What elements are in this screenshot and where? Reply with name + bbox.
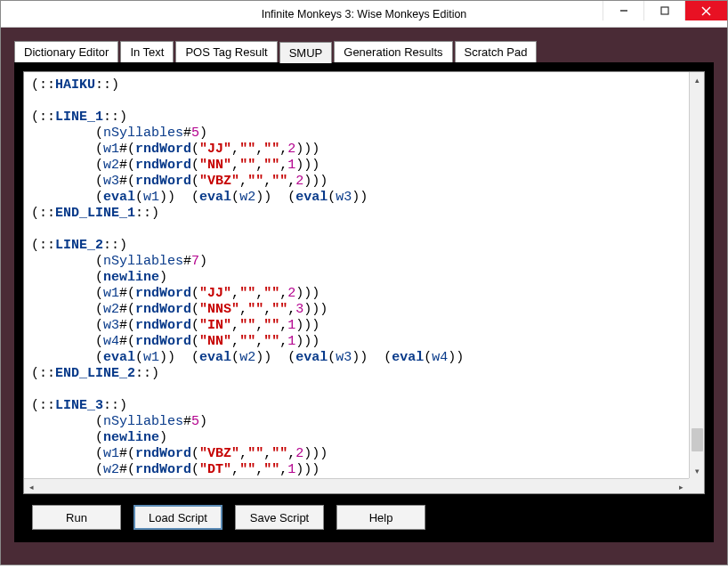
tab-strip: Dictionary Editor In Text POS Tag Result…: [14, 41, 714, 62]
scroll-corner: [689, 478, 704, 493]
code-editor[interactable]: (::HAIKU::) (::LINE_1::) (nSyllables#5) …: [24, 72, 689, 478]
tab-pos-tag-result[interactable]: POS Tag Result: [175, 41, 277, 62]
tab-in-text[interactable]: In Text: [120, 41, 174, 62]
scroll-thumb[interactable]: [692, 428, 703, 451]
window-controls: [603, 1, 727, 20]
editor-container: (::HAIKU::) (::LINE_1::) (nSyllables#5) …: [23, 71, 705, 494]
run-button[interactable]: Run: [32, 505, 121, 530]
tab-generation-results[interactable]: Generation Results: [334, 41, 452, 62]
maximize-icon: [660, 6, 669, 15]
tab-smup[interactable]: SMUP: [279, 42, 333, 63]
tab-dictionary-editor[interactable]: Dictionary Editor: [14, 41, 118, 62]
app-window: Infinite Monkeys 3: Wise Monkeys Edition…: [0, 0, 728, 565]
save-script-button[interactable]: Save Script: [235, 505, 324, 530]
button-row: Run Load Script Save Script Help: [23, 494, 705, 533]
tab-scratch-pad[interactable]: Scratch Pad: [455, 41, 538, 62]
load-script-button[interactable]: Load Script: [133, 505, 222, 530]
vertical-scrollbar[interactable]: ▴ ▾: [689, 72, 704, 478]
scroll-down-icon[interactable]: ▾: [690, 463, 705, 478]
client-area: Dictionary Editor In Text POS Tag Result…: [1, 28, 727, 565]
horizontal-scrollbar[interactable]: ◂ ▸: [24, 478, 689, 493]
close-button[interactable]: [684, 1, 727, 20]
maximize-button[interactable]: [643, 1, 684, 20]
titlebar: Infinite Monkeys 3: Wise Monkeys Edition: [1, 1, 727, 28]
close-icon: [701, 6, 711, 16]
help-button[interactable]: Help: [336, 505, 425, 530]
editor-panel: (::HAIKU::) (::LINE_1::) (nSyllables#5) …: [14, 62, 714, 542]
scroll-up-icon[interactable]: ▴: [690, 72, 705, 87]
minimize-icon: [619, 6, 628, 15]
scroll-right-icon[interactable]: ▸: [674, 479, 689, 494]
svg-rect-1: [661, 7, 668, 14]
minimize-button[interactable]: [603, 1, 643, 20]
scroll-left-icon[interactable]: ◂: [24, 479, 39, 494]
